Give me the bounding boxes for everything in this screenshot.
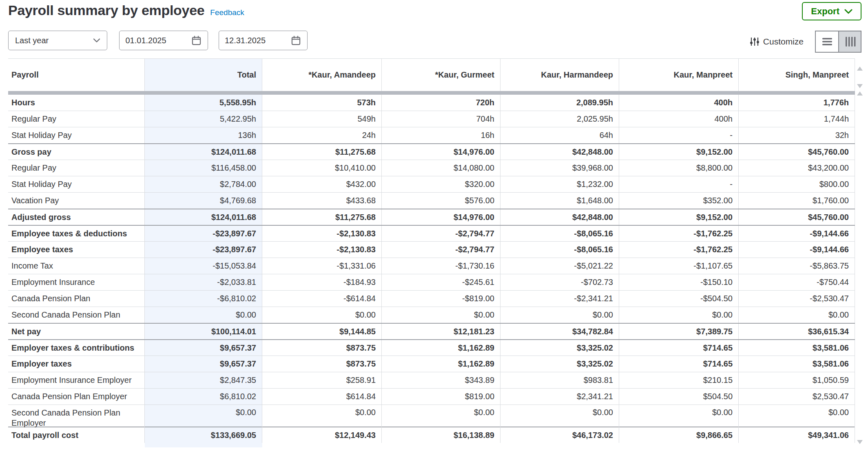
value-cell: $43,200.00: [739, 160, 855, 176]
total-cell: $0.00: [145, 307, 262, 323]
value-cell: -$2,341.21: [500, 291, 619, 307]
value-cell: -: [619, 127, 739, 143]
chevron-down-icon: [93, 38, 100, 43]
value-cell: -$2,530.47: [739, 291, 855, 307]
value-cell: -$245.61: [382, 274, 500, 290]
value-cell: $0.00: [262, 405, 382, 428]
value-cell: $49,341.06: [739, 427, 855, 443]
sliders-icon: [749, 36, 760, 47]
value-cell: -$2,794.77: [382, 242, 500, 258]
total-cell: $133,669.05: [145, 427, 262, 443]
value-cell: $1,760.00: [739, 193, 855, 209]
value-cell: $433.68: [262, 193, 382, 209]
value-cell: $39,968.00: [500, 160, 619, 176]
value-cell: $12,181.23: [382, 324, 500, 339]
value-cell: $42,848.00: [500, 144, 619, 160]
value-cell: $0.00: [382, 405, 500, 428]
row-label: Total payroll cost: [8, 427, 145, 443]
row-label: Regular Pay: [8, 160, 145, 176]
start-date-value: 01.01.2025: [125, 36, 166, 45]
value-cell: -$750.44: [739, 274, 855, 290]
value-cell: 400h: [619, 111, 739, 127]
value-cell: $2,341.21: [500, 389, 619, 405]
horizontal-scrollbar[interactable]: [8, 91, 855, 95]
table-row: Regular Pay$116,458.00$10,410.00$14,080.…: [8, 160, 855, 176]
value-cell: $614.84: [262, 389, 382, 405]
page-title: Payroll summary by employee: [8, 2, 204, 18]
value-cell: -$2,130.83: [262, 226, 382, 241]
value-cell: $1,232.00: [500, 176, 619, 192]
value-cell: -$5,863.75: [739, 258, 855, 274]
scroll-down-arrow[interactable]: [857, 440, 863, 444]
value-cell: $210.15: [619, 372, 739, 388]
value-cell: $3,325.02: [500, 340, 619, 356]
value-cell: $45,760.00: [739, 209, 855, 225]
scroll-down-arrow[interactable]: [857, 84, 863, 88]
value-cell: $34,782.84: [500, 324, 619, 339]
table-row: Hours5,558.95h573h720h2,089.95h400h1,776…: [8, 95, 855, 111]
table-tools: Customize: [749, 31, 861, 53]
value-cell: 400h: [619, 95, 739, 111]
value-cell: 704h: [382, 111, 500, 127]
value-cell: $432.00: [262, 176, 382, 192]
column-view-button[interactable]: [838, 31, 861, 52]
value-cell: $45,760.00: [739, 144, 855, 160]
value-cell: -$1,762.25: [619, 242, 739, 258]
column-header-payroll: Payroll: [8, 59, 145, 91]
value-cell: $1,162.89: [382, 340, 500, 356]
value-cell: -$819.00: [382, 291, 500, 307]
value-cell: $14,976.00: [382, 209, 500, 225]
date-range-select[interactable]: Last year: [8, 31, 107, 50]
total-cell: 136h: [145, 127, 262, 143]
total-cell: $9,657.37: [145, 340, 262, 356]
export-button[interactable]: Export: [802, 2, 861, 20]
value-cell: 32h: [739, 127, 855, 143]
value-cell: -$1,730.16: [382, 258, 500, 274]
value-cell: $0.00: [500, 307, 619, 323]
value-cell: -$702.73: [500, 274, 619, 290]
feedback-link[interactable]: Feedback: [210, 8, 244, 17]
value-cell: -$504.50: [619, 291, 739, 307]
row-label: Employee taxes: [8, 242, 145, 258]
row-label: Adjusted gross: [8, 209, 145, 225]
table-row: Canada Pension Plan Employer$6,810.02$61…: [8, 388, 855, 405]
start-date-input[interactable]: 01.01.2025: [119, 31, 208, 50]
value-cell: $0.00: [382, 307, 500, 323]
table-row: Stat Holiday Pay$2,784.00$432.00$320.00$…: [8, 176, 855, 192]
table-body: Hours5,558.95h573h720h2,089.95h400h1,776…: [8, 95, 855, 443]
table-row: Adjusted gross$124,011.68$11,275.68$14,9…: [8, 209, 855, 225]
row-label: Hours: [8, 95, 145, 111]
total-cell: $124,011.68: [145, 209, 262, 225]
total-cell: $2,784.00: [145, 176, 262, 192]
total-cell: 5,422.95h: [145, 111, 262, 127]
table-row: Employer taxes$9,657.37$873.75$1,162.89$…: [8, 356, 855, 372]
value-cell: $352.00: [619, 193, 739, 209]
value-cell: 720h: [382, 95, 500, 111]
end-date-value: 12.31.2025: [225, 36, 266, 45]
total-cell: -$6,810.02: [145, 291, 262, 307]
value-cell: $258.91: [262, 372, 382, 388]
total-cell: -$15,053.84: [145, 258, 262, 274]
row-label: Stat Holiday Pay: [8, 127, 145, 143]
value-cell: $819.00: [382, 389, 500, 405]
value-cell: $2,530.47: [739, 389, 855, 405]
value-cell: $0.00: [739, 405, 855, 428]
scroll-up-arrow[interactable]: [857, 67, 863, 71]
value-cell: 2,089.95h: [500, 95, 619, 111]
end-date-input[interactable]: 12.31.2025: [219, 31, 308, 50]
value-cell: $46,173.02: [500, 427, 619, 443]
value-cell: $983.81: [500, 372, 619, 388]
customize-button[interactable]: Customize: [749, 36, 804, 47]
list-view-button[interactable]: [816, 31, 838, 52]
value-cell: $3,325.02: [500, 356, 619, 372]
row-label: Regular Pay: [8, 111, 145, 127]
value-cell: $11,275.68: [262, 144, 382, 160]
value-cell: -$184.93: [262, 274, 382, 290]
column-header-employee: Kaur, Harmandeep: [500, 59, 619, 91]
date-range-value: Last year: [15, 36, 49, 45]
filter-bar: Last year 01.01.2025 12.31.2025: [8, 31, 861, 53]
value-cell: 24h: [262, 127, 382, 143]
column-header-employee: Kaur, Manpreet: [619, 59, 739, 91]
value-cell: -$9,144.66: [739, 242, 855, 258]
scroll-up-arrow[interactable]: [857, 91, 863, 96]
